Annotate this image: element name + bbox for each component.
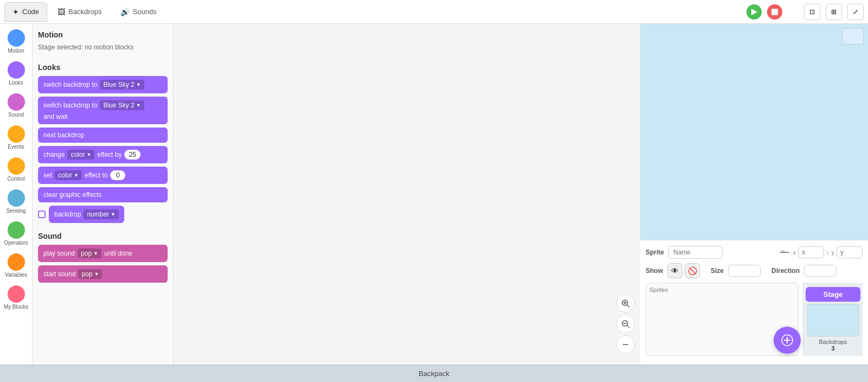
view-full-button[interactable]: ⤢ — [847, 4, 864, 20]
y-label: y — [832, 249, 835, 256]
green-flag-button[interactable] — [746, 4, 762, 20]
sounds-icon: 🔊 — [120, 8, 130, 16]
sidebar-label-events: Events — [8, 144, 24, 150]
zoom-reset-button[interactable] — [616, 335, 635, 354]
block-start-sound[interactable]: start sound pop ▼ — [38, 265, 168, 283]
x-input[interactable] — [798, 246, 824, 258]
show-buttons: 👁 🚫 — [667, 263, 700, 278]
events-circle — [8, 125, 25, 143]
sidebar-item-myblocks[interactable]: My Blocks — [2, 282, 31, 313]
stage-column: Stage Backdrops 3 — [803, 283, 863, 356]
sprites-stage-area: Sprites Stage Backdrops 3 — [646, 283, 863, 356]
backdrops-icon: 🖼 — [58, 8, 65, 16]
backpack-bar[interactable]: Backpack — [0, 365, 868, 382]
svg-line-3 — [627, 305, 629, 307]
show-label: Show — [646, 267, 663, 275]
stage-preview-thumb — [807, 304, 859, 336]
sensing-circle — [8, 189, 25, 207]
code-icon: ✦ — [12, 8, 19, 16]
top-bar: ✦ Code 🖼 Backdrops 🔊 Sounds ⊡ ⊞ ⤢ — [0, 0, 868, 24]
sidebar-item-sensing[interactable]: Sensing — [2, 186, 31, 217]
svg-text:↔: ↔ — [780, 249, 786, 253]
backdrops-count: 3 — [831, 345, 834, 352]
block-switch-backdrop[interactable]: switch backdrop to Blue Sky 2 ▼ — [38, 76, 168, 93]
block-backdrop-number-row: backdrop number ▼ — [38, 206, 168, 223]
sidebar-label-operators: Operators — [4, 240, 28, 246]
sidebar-label-variables: Variables — [5, 272, 27, 278]
sidebar-item-control[interactable]: Control — [2, 154, 31, 185]
sidebar-label-myblocks: My Blocks — [4, 304, 29, 310]
zoom-in-button[interactable] — [616, 294, 635, 313]
block-clear-graphic-effects[interactable]: clear graphic effects — [38, 187, 168, 202]
block-next-backdrop[interactable]: next backdrop — [38, 128, 168, 143]
block-set-effect[interactable]: set color ▼ effect to 0 — [38, 167, 168, 184]
svg-marker-0 — [751, 9, 757, 15]
stage-tab-button[interactable]: Stage — [806, 287, 860, 302]
tab-code-label: Code — [22, 8, 39, 16]
sidebar-label-sound: Sound — [8, 112, 24, 118]
direction-label: Direction — [771, 267, 800, 275]
operators-circle — [8, 221, 25, 239]
block-play-sound-done[interactable]: play sound pop ▼ until done — [38, 245, 168, 262]
sprite-name-input[interactable] — [668, 246, 723, 259]
toolbar-right: ⊡ ⊞ ⤢ — [746, 4, 864, 20]
block-switch-backdrop-wait[interactable]: switch backdrop to Blue Sky 2 ▼ and wait — [38, 97, 168, 124]
tab-backdrops[interactable]: 🖼 Backdrops — [49, 2, 110, 22]
backpack-label: Backpack — [419, 370, 449, 378]
sidebar-label-motion: Motion — [8, 48, 24, 54]
variables-circle — [8, 253, 25, 271]
sound-circle — [8, 93, 25, 111]
show-visible-button[interactable]: 👁 — [667, 263, 682, 278]
x-label: x — [793, 249, 796, 256]
size-input[interactable] — [728, 265, 761, 277]
view-split-button[interactable]: ⊞ — [826, 4, 842, 20]
sidebar-item-looks[interactable]: Looks — [2, 58, 31, 89]
workspace[interactable] — [174, 24, 640, 365]
sidebar-label-sensing: Sensing — [6, 208, 25, 214]
control-circle — [8, 157, 25, 175]
sidebar: Motion Looks Sound Events Control Sensin… — [0, 24, 33, 365]
looks-section-title: Looks — [38, 63, 168, 72]
sidebar-item-operators[interactable]: Operators — [2, 218, 31, 249]
svg-line-7 — [627, 326, 629, 328]
tab-backdrops-label: Backdrops — [68, 8, 101, 16]
sprite-panel: Sprite ↔ x ↕ y Show 👁 🚫 Size — [640, 240, 868, 365]
sidebar-label-looks: Looks — [9, 80, 23, 86]
tab-code[interactable]: ✦ Code — [4, 2, 47, 22]
main-area: Motion Looks Sound Events Control Sensin… — [0, 24, 868, 365]
stage-thumbnail — [842, 28, 864, 44]
looks-circle — [8, 61, 25, 79]
backdrop-number-checkbox[interactable] — [38, 211, 46, 218]
motion-section-title: Motion — [38, 30, 168, 39]
motion-circle — [8, 29, 25, 47]
block-backdrop-number[interactable]: backdrop number ▼ — [49, 206, 124, 223]
tab-sounds[interactable]: 🔊 Sounds — [112, 2, 165, 22]
svg-rect-1 — [771, 9, 778, 15]
sidebar-item-motion[interactable]: Motion — [2, 26, 31, 57]
myblocks-circle — [8, 285, 25, 303]
direction-input[interactable] — [804, 265, 837, 277]
sidebar-label-control: Control — [7, 176, 24, 182]
stop-button[interactable] — [767, 4, 782, 20]
sidebar-item-variables[interactable]: Variables — [2, 250, 31, 281]
motion-subtitle: Stage selected: no motion blocks — [38, 43, 168, 51]
blocks-panel: Motion Stage selected: no motion blocks … — [33, 24, 174, 365]
right-panel: Sprite ↔ x ↕ y Show 👁 🚫 Size — [640, 24, 868, 365]
sidebar-item-events[interactable]: Events — [2, 122, 31, 153]
sidebar-item-sound[interactable]: Sound — [2, 90, 31, 121]
add-sprite-button[interactable] — [774, 327, 801, 354]
sprite-label: Sprite — [646, 249, 664, 256]
size-label: Size — [711, 267, 724, 275]
sound-section-title: Sound — [38, 232, 168, 240]
backdrops-label: Backdrops — [819, 339, 847, 345]
show-hidden-button[interactable]: 🚫 — [685, 263, 700, 278]
view-small-button[interactable]: ⊡ — [804, 4, 820, 20]
zoom-out-button[interactable] — [616, 315, 635, 333]
y-input[interactable] — [837, 246, 863, 258]
y-arrow: ↕ — [826, 249, 829, 256]
block-change-effect[interactable]: change color ▼ effect by 25 — [38, 146, 168, 163]
stage-display — [640, 24, 868, 240]
sprites-section-label: Sprites — [649, 286, 795, 293]
tab-sounds-label: Sounds — [133, 8, 157, 16]
workspace-controls — [616, 294, 635, 354]
